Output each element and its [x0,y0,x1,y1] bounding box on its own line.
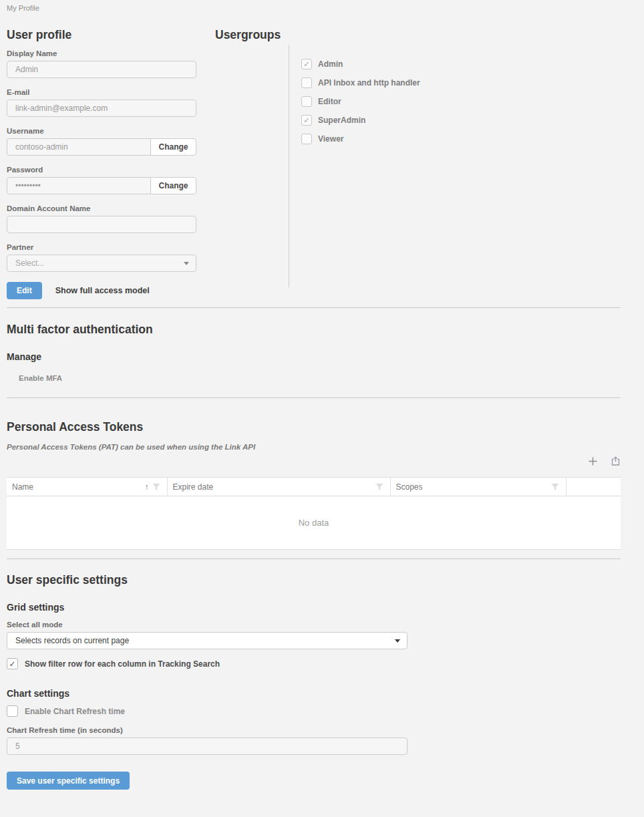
chart-settings-title: Chart settings [7,688,621,699]
column-header-label: Name [12,482,145,492]
select-all-mode-dropdown[interactable]: Selects records on current page [7,632,408,649]
usergroup-label: Admin [318,59,343,69]
pat-title: Personal Access Tokens [7,420,621,434]
pat-column-name[interactable]: Name ↑ [7,478,167,496]
pat-toolbar [7,456,621,466]
usergroups-title: Usergroups [215,27,621,42]
filter-icon[interactable] [374,482,385,492]
pat-column-scopes[interactable]: Scopes [390,478,566,496]
filter-row-setting: ✓ Show filter row for each column in Tra… [7,658,621,669]
usergroup-label: Viewer [318,134,343,144]
usergroup-item: ✓ Editor [301,96,621,107]
display-name-input[interactable] [7,61,196,78]
breadcrumb[interactable]: My Profile [7,4,621,12]
pat-description: Personal Access Tokens (PAT) can be used… [7,443,621,451]
usergroup-checkbox-viewer[interactable]: ✓ [301,134,312,144]
usergroup-label: Editor [318,97,341,106]
enable-chart-refresh-label: Enable Chart Refresh time [25,707,125,716]
filter-row-checkbox[interactable]: ✓ [7,658,18,669]
domain-account-label: Domain Account Name [7,204,196,212]
username-input[interactable] [7,138,151,156]
user-specific-settings-title: User specific settings [7,573,621,587]
usergroup-item: ✓ SuperAdmin [301,115,621,126]
chart-refresh-time-input[interactable] [7,738,408,755]
usergroup-item: ✓ Viewer [301,134,621,144]
enable-mfa-link[interactable]: Enable MFA [19,374,62,382]
checkmark-icon: ✓ [9,660,15,668]
profile-actions: Edit Show full access model [7,282,196,299]
username-label: Username [7,127,196,135]
usergroup-checkbox-editor[interactable]: ✓ [301,96,312,107]
section-divider [7,397,621,398]
column-header-label: Expire date [173,482,374,492]
select-all-mode-label: Select all mode [7,621,621,629]
password-input[interactable] [7,177,151,194]
usergroups-section: Usergroups ✓ Admin ✓ API Inbox and http … [215,27,621,287]
password-group: Change [7,177,196,194]
user-profile-title: User profile [7,27,196,42]
pat-column-actions [566,478,621,496]
pat-table: Name ↑ Expire date Scopes [7,477,621,496]
profile-and-groups-row: User profile Display Name E-mail Usernam… [7,27,621,299]
email-input[interactable] [7,100,196,117]
pat-column-expire-date[interactable]: Expire date [167,478,390,496]
column-header-label: Scopes [396,482,550,492]
add-token-icon[interactable] [587,456,598,466]
section-divider [7,307,621,308]
enable-chart-refresh-setting: ✓ Enable Chart Refresh time [7,705,621,717]
filter-row-label: Show filter row for each column in Track… [25,659,220,669]
change-password-button[interactable]: Change [150,177,196,194]
chart-refresh-time-label: Chart Refresh time (in seconds) [7,726,621,734]
save-user-settings-button[interactable]: Save user specific settings [7,772,130,790]
chevron-down-icon [395,639,400,643]
sort-asc-icon: ↑ [145,482,149,492]
checkmark-icon: ✓ [303,116,310,124]
password-label: Password [7,166,196,174]
change-username-button[interactable]: Change [150,138,196,156]
username-group: Change [7,138,196,156]
display-name-label: Display Name [7,49,196,57]
grid-settings-title: Grid settings [7,602,621,613]
usergroup-checkbox-admin[interactable]: ✓ [301,59,312,69]
mfa-manage-subtitle: Manage [7,351,621,363]
mfa-title: Multi factor authentication [7,322,621,337]
usergroup-label: API Inbox and http handler [318,78,420,88]
enable-chart-refresh-checkbox[interactable]: ✓ [7,705,18,717]
usergroup-item: ✓ API Inbox and http handler [301,77,621,88]
usergroups-list: ✓ Admin ✓ API Inbox and http handler ✓ E… [289,45,621,287]
partner-select[interactable]: Select... [7,255,196,272]
select-all-mode-value: Selects records on current page [15,636,129,645]
filter-icon[interactable] [550,482,560,492]
usergroup-label: SuperAdmin [318,116,365,125]
filter-icon[interactable] [151,482,162,492]
usergroup-checkbox-api-inbox[interactable]: ✓ [301,77,312,88]
edit-button[interactable]: Edit [7,282,42,299]
pat-table-body: No data [7,496,621,550]
no-data-text: No data [299,518,329,528]
export-icon[interactable] [610,456,621,466]
user-profile-section: User profile Display Name E-mail Usernam… [7,27,196,299]
show-full-access-model-link[interactable]: Show full access model [55,286,150,295]
my-profile-page: My Profile User profile Display Name E-m… [0,0,644,817]
section-divider [7,558,621,559]
partner-placeholder: Select... [15,259,44,268]
partner-label: Partner [7,243,196,251]
email-label: E-mail [7,88,196,96]
checkmark-icon: ✓ [303,60,310,68]
usergroup-checkbox-superadmin[interactable]: ✓ [301,115,312,126]
chevron-down-icon [184,262,189,265]
usergroup-item: ✓ Admin [301,59,621,69]
domain-account-input[interactable] [7,216,196,233]
